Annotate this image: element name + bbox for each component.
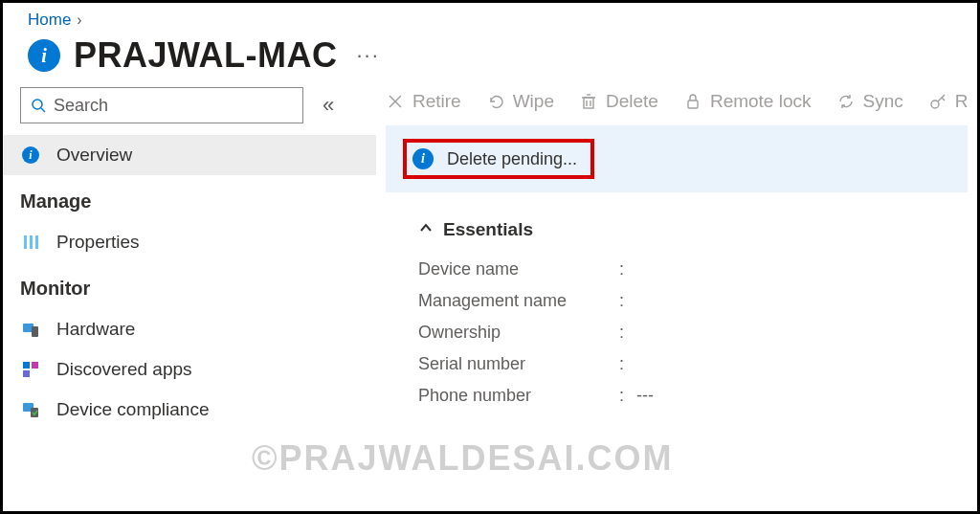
search-placeholder: Search: [54, 96, 108, 116]
sidebar-section-monitor: Monitor: [3, 262, 376, 309]
info-icon: i: [28, 39, 60, 72]
sidebar-item-hardware[interactable]: Hardware: [3, 309, 376, 349]
essentials-toggle[interactable]: Essentials: [418, 219, 968, 254]
svg-rect-2: [24, 235, 27, 249]
undo-icon: [486, 92, 505, 111]
retire-button[interactable]: Retire: [386, 91, 461, 112]
sidebar-item-properties[interactable]: Properties: [3, 222, 376, 262]
sync-icon: [836, 92, 856, 111]
sidebar-item-label: Overview: [56, 145, 132, 166]
wipe-button[interactable]: Wipe: [486, 91, 554, 112]
sidebar-item-discovered-apps[interactable]: Discovered apps: [3, 349, 376, 390]
sidebar-item-device-compliance[interactable]: Device compliance: [3, 390, 376, 430]
essentials-row: Ownership:: [418, 317, 968, 348]
svg-rect-7: [23, 362, 30, 369]
sliders-icon: [20, 234, 41, 251]
svg-rect-4: [35, 235, 38, 249]
sidebar-item-label: Device compliance: [56, 399, 209, 420]
svg-point-0: [33, 100, 42, 109]
svg-line-22: [942, 98, 945, 101]
reset-button[interactable]: R: [928, 91, 969, 112]
main-panel: Retire Wipe Delete Remote lock: [376, 87, 977, 430]
breadcrumb-home[interactable]: Home: [28, 11, 71, 30]
sync-button[interactable]: Sync: [836, 91, 903, 112]
sidebar-item-overview[interactable]: i Overview: [3, 135, 376, 175]
essentials-row: Serial number:: [418, 348, 968, 380]
sidebar-item-label: Properties: [56, 232, 140, 253]
essentials-row: Device name:: [418, 254, 968, 285]
svg-rect-6: [32, 326, 38, 337]
lock-icon: [683, 92, 702, 111]
sidebar: Search « i Overview Manage Properties Mo…: [3, 87, 376, 430]
svg-line-21: [938, 95, 945, 101]
compliance-icon: [20, 401, 41, 418]
chevron-up-icon: [418, 219, 434, 240]
sidebar-section-manage: Manage: [3, 175, 376, 222]
x-icon: [386, 92, 405, 111]
highlight-box: i Delete pending...: [403, 139, 594, 179]
apps-icon: [20, 361, 41, 378]
banner-message: Delete pending...: [447, 149, 577, 169]
info-icon: i: [412, 148, 434, 169]
watermark: ©PRAJWALDESAI.COM: [252, 438, 674, 479]
command-bar: Retire Wipe Delete Remote lock: [376, 87, 977, 125]
essentials-section: Essentials Device name: Management name:…: [376, 192, 977, 412]
status-banner: i Delete pending...: [386, 125, 968, 192]
page-title: PRAJWAL-MAC: [74, 35, 337, 76]
delete-button[interactable]: Delete: [579, 91, 658, 112]
svg-rect-8: [32, 362, 38, 369]
svg-line-1: [41, 108, 45, 112]
more-button[interactable]: ···: [350, 43, 379, 68]
essentials-row: Management name:: [418, 285, 968, 317]
sidebar-item-label: Discovered apps: [56, 359, 192, 380]
breadcrumb: Home ›: [3, 11, 977, 35]
svg-rect-14: [584, 98, 593, 108]
svg-rect-3: [30, 235, 33, 249]
key-icon: [928, 92, 947, 111]
essentials-row: Phone number:---: [418, 380, 968, 412]
info-icon: i: [22, 146, 39, 164]
svg-rect-11: [31, 408, 38, 417]
remote-lock-button[interactable]: Remote lock: [683, 91, 812, 112]
sidebar-item-label: Hardware: [56, 319, 135, 340]
trash-icon: [579, 92, 598, 111]
svg-point-20: [931, 101, 939, 108]
collapse-sidebar-button[interactable]: «: [323, 93, 334, 118]
device-icon: [20, 321, 41, 338]
svg-rect-19: [688, 101, 698, 108]
search-icon: [31, 98, 46, 113]
search-input[interactable]: Search: [20, 87, 303, 123]
svg-rect-9: [23, 370, 30, 377]
chevron-right-icon: ›: [77, 11, 81, 29]
